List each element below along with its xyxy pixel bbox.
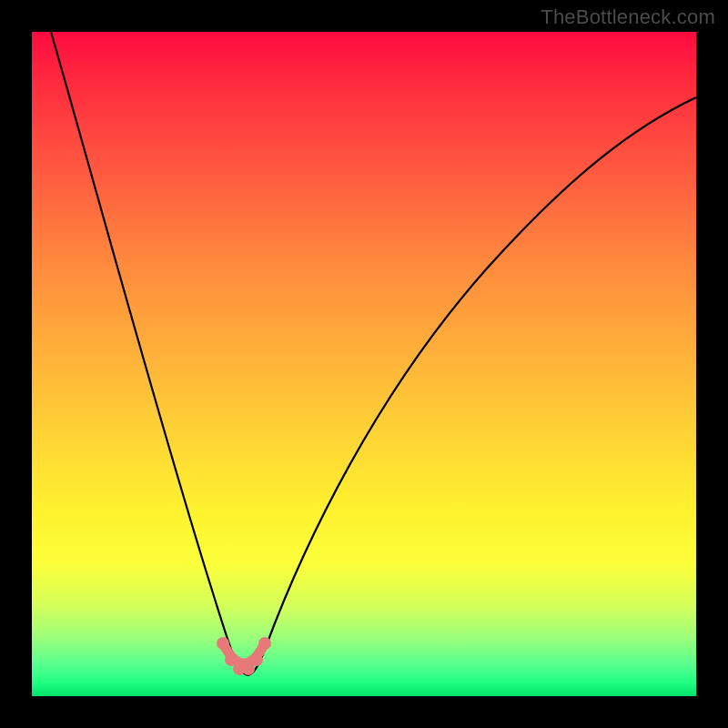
chart-plot-area: [32, 32, 696, 696]
watermark-text: TheBottleneck.com: [541, 5, 715, 29]
min-dot-1: [217, 637, 229, 650]
bottleneck-curve: [51, 32, 696, 675]
min-dot-5: [250, 653, 263, 666]
min-dot-6: [258, 637, 271, 650]
chart-overlay: [32, 32, 696, 696]
